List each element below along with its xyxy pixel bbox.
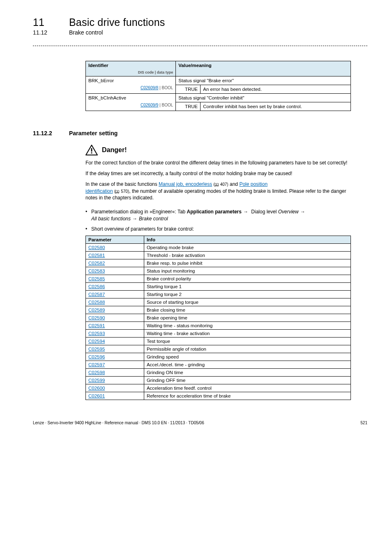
code-link[interactable]: C02609/9 [141, 103, 158, 107]
param-link[interactable]: C02580 [88, 245, 105, 250]
table-row: C02600Acceleration time feedf. control [86, 384, 351, 392]
param-link[interactable]: C02581 [88, 253, 105, 258]
info-cell: Grinding ON time [144, 369, 350, 377]
header-identifier: Identifier DIS code | data type [86, 61, 176, 76]
inline-link[interactable]: identification [85, 188, 113, 194]
param-link[interactable]: C02588 [88, 300, 105, 305]
header-value: Value/meaning [176, 61, 351, 76]
param-link[interactable]: C02597 [88, 362, 105, 367]
io-table-container: Identifier DIS code | data type Value/me… [85, 61, 351, 111]
table-row: C02598Grinding ON time [86, 369, 351, 377]
table-row: C02594Test torque [86, 338, 351, 345]
param-cell: C02601 [86, 392, 144, 400]
value-cell: TRUE Controller inhibit has been set by … [176, 102, 351, 111]
value-subheader: Status signal "Brake error" [176, 76, 351, 85]
param-link[interactable]: C02600 [88, 386, 105, 391]
param-table: Parameter Info C02580Operating mode brak… [85, 236, 351, 400]
info-cell: Test torque [144, 338, 350, 345]
table-row: C02601Reference for acceleration time of… [86, 392, 351, 400]
svg-rect-1 [91, 148, 92, 151]
param-cell: C02590 [86, 314, 144, 322]
param-link[interactable]: C02593 [88, 331, 105, 336]
danger-box: Danger! For the correct function of the … [85, 145, 351, 201]
param-cell: C02596 [86, 353, 144, 361]
param-cell: C02594 [86, 338, 144, 345]
param-link[interactable]: C02594 [88, 339, 105, 344]
chapter-heading: 11Basic drive functions [33, 16, 367, 28]
inline-link[interactable]: Pole position [239, 181, 267, 187]
param-cell: C02600 [86, 384, 144, 392]
bullet-list: Parameterisation dialog in »Engineer«: T… [85, 208, 367, 232]
subchapter-title: Brake control [69, 29, 103, 36]
identifier-cell: BRK_bCInhActive C02609/9 | BOOL [86, 94, 176, 111]
param-link[interactable]: C02590 [88, 315, 105, 320]
info-cell: Brake resp. to pulse inhibit [144, 259, 350, 267]
table-row: C02588Source of starting torque [86, 298, 351, 306]
info-cell: Permissible angle of rotation [144, 345, 350, 353]
info-cell: Reference for acceleration time of brake [144, 392, 350, 400]
param-cell: C02595 [86, 345, 144, 353]
danger-paragraph: If the delay times are set incorrectly, … [85, 170, 351, 177]
param-link[interactable]: C02583 [88, 268, 105, 273]
danger-body: For the correct function of the brake co… [85, 160, 351, 201]
page-number: 521 [360, 421, 367, 425]
value-subheader: Status signal "Controller inhibit" [176, 94, 351, 102]
arrow-icon: → [132, 216, 137, 222]
identifier-name: BRK_bError [88, 78, 114, 83]
list-item: Short overview of parameters for brake c… [85, 226, 351, 233]
arrow-icon: → [243, 209, 248, 215]
identifier-name: BRK_bCInhActive [88, 95, 126, 100]
param-cell: C02598 [86, 369, 144, 377]
param-cell: C02589 [86, 306, 144, 314]
code-link[interactable]: C02609/8 [141, 86, 158, 90]
param-link[interactable]: C02591 [88, 323, 105, 328]
info-cell: Brake closing time [144, 306, 350, 314]
danger-title: Danger! [102, 146, 127, 154]
info-cell: Threshold - brake activation [144, 252, 350, 259]
param-link[interactable]: C02599 [88, 378, 105, 383]
param-link[interactable]: C02587 [88, 292, 105, 297]
param-link[interactable]: C02582 [88, 261, 105, 266]
param-link[interactable]: C02589 [88, 308, 105, 312]
io-table: Identifier DIS code | data type Value/me… [85, 61, 351, 111]
param-cell: C02593 [86, 330, 144, 338]
svg-rect-2 [91, 153, 92, 154]
info-cell: Grinding speed [144, 353, 350, 361]
param-link[interactable]: C02595 [88, 347, 105, 352]
param-link[interactable]: C02598 [88, 370, 105, 375]
value-cell: TRUE An error has been detected. [176, 85, 351, 94]
info-cell: Acceleration time feedf. control [144, 384, 350, 392]
table-row: C02595Permissible angle of rotation [86, 345, 351, 353]
subchapter-number: 11.12 [33, 29, 69, 36]
value-true-label: TRUE [176, 102, 201, 111]
table-row: C02596Grinding speed [86, 353, 351, 361]
warning-icon [85, 145, 98, 155]
param-link[interactable]: C02585 [88, 276, 105, 281]
chapter-number: 11 [33, 16, 69, 28]
param-cell: C02583 [86, 267, 144, 275]
param-cell: C02591 [86, 322, 144, 330]
table-row: C02591Waiting time - status monitoring [86, 322, 351, 330]
header-identifier-label: Identifier [88, 63, 108, 68]
chapter-title: Basic drive functions [69, 16, 165, 28]
param-link[interactable]: C02586 [88, 284, 105, 289]
param-link[interactable]: C02596 [88, 354, 105, 359]
value-meaning: Controller inhibit has been set by brake… [201, 102, 350, 111]
table-header-row: Identifier DIS code | data type Value/me… [86, 61, 351, 76]
info-cell: Grinding OFF time [144, 377, 350, 384]
info-cell: Waiting time - status monitoring [144, 322, 350, 330]
identifier-cell: BRK_bError C02609/8 | BOOL [86, 76, 176, 94]
info-cell: Brake opening time [144, 314, 350, 322]
table-row: BRK_bError C02609/8 | BOOL Status signal… [86, 76, 351, 85]
param-cell: C02599 [86, 377, 144, 384]
page-ref: (🕮 570) [114, 189, 129, 194]
param-cell: C02586 [86, 283, 144, 291]
param-link[interactable]: C02601 [88, 393, 105, 398]
info-cell: Operating mode brake [144, 244, 350, 252]
table-row: C02589Brake closing time [86, 306, 351, 314]
inline-link[interactable]: Manual job, encoderless [159, 181, 212, 187]
table-row: BRK_bCInhActive C02609/9 | BOOL Status s… [86, 94, 351, 102]
param-cell: C02580 [86, 244, 144, 252]
info-cell: Starting torque 2 [144, 291, 350, 298]
section-heading: 11.12.2Parameter setting [33, 130, 367, 136]
